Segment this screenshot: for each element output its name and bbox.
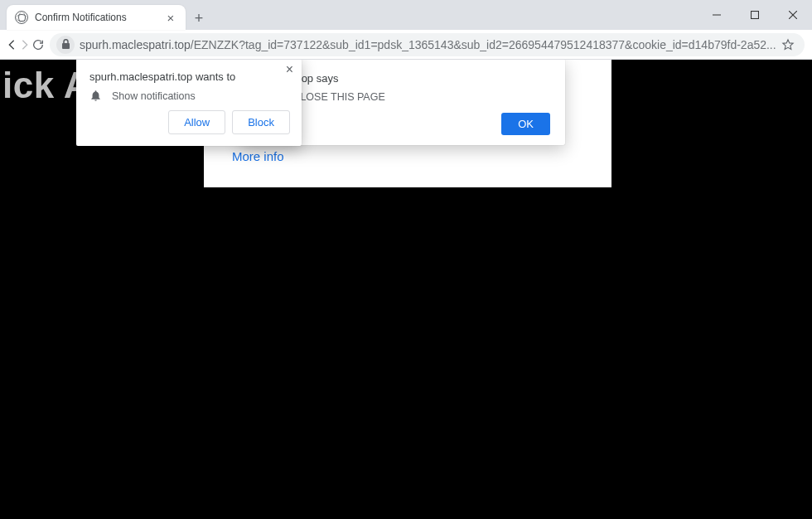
permission-row-text: Show notifications <box>112 90 196 102</box>
lock-icon <box>61 39 70 50</box>
page-content: Click Allow to confirm you are not a Mor… <box>0 60 812 519</box>
close-tab-icon[interactable]: × <box>164 11 177 24</box>
bell-icon <box>89 90 102 102</box>
browser-tab[interactable]: Confirm Notifications × <box>7 5 186 30</box>
address-bar[interactable]: spurh.maclespatri.top/EZNZZK?tag_id=7371… <box>50 33 805 56</box>
forward-button[interactable] <box>18 33 31 56</box>
more-info-link[interactable]: More info <box>232 149 284 163</box>
minimize-button[interactable] <box>698 0 736 30</box>
block-button[interactable]: Block <box>232 110 290 134</box>
url-path: /EZNZZK?tag_id=737122&sub_id1=pdsk_13651… <box>191 38 776 51</box>
new-tab-button[interactable]: + <box>189 8 209 28</box>
close-window-button[interactable] <box>774 0 812 30</box>
allow-button[interactable]: Allow <box>168 110 225 134</box>
star-icon <box>781 38 795 51</box>
reload-button[interactable] <box>31 33 45 56</box>
svg-rect-1 <box>752 12 759 19</box>
back-button[interactable] <box>5 33 18 56</box>
url-text: spurh.maclespatri.top/EZNZZK?tag_id=7371… <box>80 38 776 51</box>
alert-ok-button[interactable]: OK <box>501 113 550 135</box>
permission-close-icon[interactable]: × <box>286 62 293 77</box>
svg-rect-4 <box>62 43 70 49</box>
extensions-button[interactable] <box>810 33 812 56</box>
permission-actions: Allow Block <box>89 110 290 134</box>
permission-dialog: × spurh.maclespatri.top wants to Show no… <box>76 60 302 146</box>
browser-toolbar: spurh.maclespatri.top/EZNZZK?tag_id=7371… <box>0 30 812 60</box>
tab-title: Confirm Notifications <box>35 12 161 23</box>
url-host: spurh.maclespatri.top <box>80 38 191 51</box>
site-info-button[interactable] <box>56 36 75 54</box>
maximize-button[interactable] <box>736 0 774 30</box>
globe-icon <box>15 11 28 24</box>
permission-title: spurh.maclespatri.top wants to <box>89 70 290 83</box>
window-titlebar: Confirm Notifications × + <box>0 0 812 30</box>
permission-row: Show notifications <box>89 90 290 102</box>
puzzle-icon <box>810 38 812 51</box>
window-controls <box>698 0 812 30</box>
bookmark-button[interactable] <box>781 38 795 51</box>
